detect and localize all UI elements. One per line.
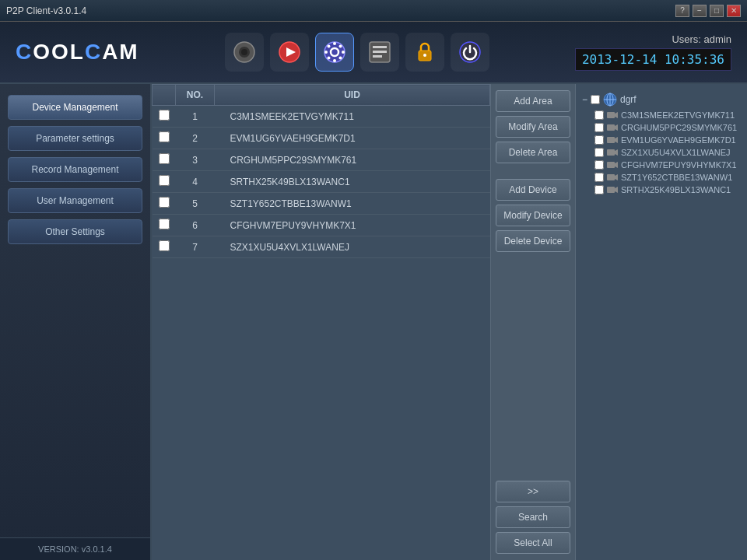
svg-point-9 <box>324 51 328 54</box>
content-area: NO. UID 1 C3M1SMEEK2ETVGYMK711 2 EVM1UG6… <box>152 84 747 560</box>
tree-items-container: C3M1SMEEK2ETVGYMK711 CRGHUM5PPC29SMYMK76… <box>582 109 741 196</box>
delete-area-button[interactable]: Delete Area <box>496 142 570 163</box>
tree-item-uid: SZT1Y652CTBBE13WANW1 <box>621 173 732 182</box>
row-checkbox[interactable] <box>159 197 170 208</box>
svg-rect-30 <box>607 137 615 143</box>
row-uid: SRTHX25K49BLX13WANC1 <box>215 171 490 193</box>
tree-item-checkbox[interactable] <box>594 160 604 170</box>
row-no: 4 <box>176 171 215 193</box>
row-checkbox-cell[interactable] <box>153 193 176 215</box>
svg-marker-31 <box>615 137 618 143</box>
forward-button[interactable]: >> <box>496 481 570 502</box>
row-uid: CFGHVM7EPUY9VHYMK7X1 <box>215 215 490 236</box>
sidebar-item-user-management[interactable]: User Management <box>8 188 142 213</box>
play-nav-icon[interactable] <box>270 33 309 72</box>
search-button[interactable]: Search <box>496 506 570 528</box>
list-item: CFGHVM7EPUY9VHYMK7X1 <box>582 159 741 171</box>
tree-root-checkbox[interactable] <box>591 95 600 104</box>
power-nav-icon[interactable] <box>451 33 489 72</box>
tree-item-checkbox[interactable] <box>594 110 604 120</box>
tree-item-checkbox[interactable] <box>594 123 604 132</box>
row-uid: EVM1UG6YVAEH9GEMK7D1 <box>215 128 490 149</box>
camera-nav-icon[interactable] <box>225 33 264 72</box>
help-button[interactable]: ? <box>675 5 689 17</box>
tree-item-checkbox[interactable] <box>594 135 604 145</box>
tree-item-checkbox[interactable] <box>594 173 604 182</box>
device-table-body: 1 C3M1SMEEK2ETVGYMK711 2 EVM1UG6YVAEH9GE… <box>153 106 490 258</box>
tree-root: − dgrf <box>582 90 741 109</box>
sidebar-item-parameter-settings[interactable]: Parameter settings <box>8 126 142 151</box>
datetime-display: 2013-12-14 10:35:36 <box>575 48 731 71</box>
modify-device-button[interactable]: Modify Device <box>496 205 570 226</box>
tree-item-uid: EVM1UG6YVAEH9GEMK7D1 <box>621 135 736 145</box>
list-item: CRGHUM5PPC29SMYMK761 <box>582 121 741 134</box>
row-uid: CRGHUM5PPC29SMYMK761 <box>215 149 490 171</box>
lock-icon <box>412 40 437 65</box>
svg-marker-27 <box>615 112 618 118</box>
main-area: Device Management Parameter settings Rec… <box>0 84 747 560</box>
maximize-button[interactable]: □ <box>710 5 724 17</box>
camera-small-icon <box>607 111 618 119</box>
header: COOLCAM <box>0 22 747 84</box>
camera-small-icon <box>607 161 618 169</box>
tree-item-checkbox[interactable] <box>594 185 604 194</box>
minimize-button[interactable]: − <box>693 5 707 17</box>
row-checkbox-cell[interactable] <box>153 128 176 149</box>
svg-rect-17 <box>373 51 387 53</box>
modify-area-button[interactable]: Modify Area <box>496 116 570 138</box>
row-no: 6 <box>176 215 215 236</box>
tree-item-checkbox[interactable] <box>594 148 604 157</box>
svg-rect-34 <box>607 162 615 168</box>
row-checkbox[interactable] <box>159 240 170 251</box>
sidebar: Device Management Parameter settings Rec… <box>0 84 152 560</box>
svg-rect-26 <box>607 112 615 118</box>
settings-nav-icon[interactable] <box>315 33 354 72</box>
camera-small-icon <box>607 136 618 144</box>
network-icon <box>603 93 617 107</box>
tree-item-uid: C3M1SMEEK2ETVGYMK711 <box>621 110 735 120</box>
tree-root-label: dgrf <box>620 94 637 105</box>
record-nav-icon[interactable] <box>360 33 399 72</box>
svg-point-7 <box>333 42 336 45</box>
logo: COOLCAM <box>16 40 139 65</box>
row-uid: SZT1Y652CTBBE13WANW1 <box>215 193 490 215</box>
svg-point-2 <box>241 49 247 55</box>
camera-icon <box>232 40 257 65</box>
row-checkbox-cell[interactable] <box>153 215 176 236</box>
svg-point-8 <box>333 59 336 62</box>
row-checkbox[interactable] <box>159 219 170 229</box>
sidebar-item-record-management[interactable]: Record Management <box>8 157 142 182</box>
sidebar-item-other-settings[interactable]: Other Settings <box>8 219 142 244</box>
table-row: 7 SZX1XU5U4XVLX1LWANEJ <box>153 236 490 258</box>
user-label: Users: admin <box>575 33 731 45</box>
delete-device-button[interactable]: Delete Device <box>496 230 570 252</box>
row-checkbox-cell[interactable] <box>153 106 176 128</box>
row-checkbox[interactable] <box>159 153 170 164</box>
row-checkbox[interactable] <box>159 175 170 186</box>
svg-rect-16 <box>373 46 387 48</box>
lock-nav-icon[interactable] <box>405 33 444 72</box>
version-label: VERSION: v3.0.1.4 <box>0 537 150 560</box>
row-checkbox-cell[interactable] <box>153 149 176 171</box>
add-device-button[interactable]: Add Device <box>496 179 570 201</box>
power-icon <box>458 40 482 65</box>
list-item: SZX1XU5U4XVLX1LWANEJ <box>582 146 741 159</box>
row-uid: SZX1XU5U4XVLX1LWANEJ <box>215 236 490 258</box>
buttons-panel: Add Area Modify Area Delete Area Add Dev… <box>490 84 576 560</box>
tree-item-uid: SZX1XU5U4XVLX1LWANEJ <box>621 148 731 157</box>
close-button[interactable]: ✕ <box>727 5 741 17</box>
row-no: 7 <box>176 236 215 258</box>
list-item: SZT1Y652CTBBE13WANW1 <box>582 171 741 184</box>
svg-point-14 <box>327 57 330 60</box>
row-uid: C3M1SMEEK2ETVGYMK711 <box>215 106 490 128</box>
add-area-button[interactable]: Add Area <box>496 90 570 112</box>
tree-collapse-icon[interactable]: − <box>582 94 587 105</box>
svg-marker-39 <box>615 187 618 193</box>
row-checkbox-cell[interactable] <box>153 236 176 258</box>
col-uid: UID <box>215 85 490 106</box>
select-all-button[interactable]: Select All <box>496 532 570 554</box>
row-checkbox[interactable] <box>159 131 170 142</box>
row-checkbox[interactable] <box>159 110 170 121</box>
row-checkbox-cell[interactable] <box>153 171 176 193</box>
sidebar-item-device-management[interactable]: Device Management <box>8 95 142 120</box>
